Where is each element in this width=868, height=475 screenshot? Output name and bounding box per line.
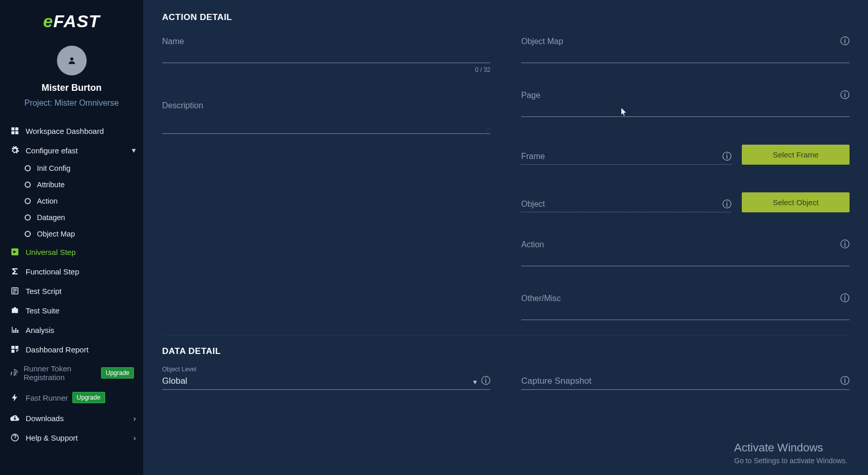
- resize-handle-icon[interactable]: ⋰: [485, 127, 490, 132]
- sidebar-nav: Workspace Dashboard Configure efast ▾ In…: [0, 121, 143, 475]
- upgrade-badge[interactable]: Upgrade: [101, 367, 134, 379]
- svg-rect-1: [11, 127, 14, 130]
- name-counter: 0 / 32: [162, 66, 490, 73]
- sidebar-item-label: Init Config: [37, 164, 70, 172]
- sidebar-item-label: Runner Token Registration: [24, 364, 97, 382]
- sidebar-item-attribute[interactable]: Attribute: [15, 176, 143, 193]
- object-level-select[interactable]: Object Level Global ▼ ⓘ: [162, 366, 490, 390]
- underline: [521, 389, 850, 390]
- data-detail-panel: DATA DETAIL Object Level Global ▼ ⓘ Capt…: [144, 336, 868, 390]
- windows-activation-watermark: Activate Windows Go to Settings to activ…: [734, 441, 847, 465]
- action-input[interactable]: [521, 249, 850, 263]
- watermark-title: Activate Windows: [734, 441, 847, 454]
- svg-rect-8: [15, 346, 18, 349]
- underline: [521, 266, 850, 266]
- script-icon: [9, 286, 21, 295]
- field-label: Capture Snapshot: [521, 376, 850, 386]
- help-icon[interactable]: ⓘ: [840, 292, 850, 304]
- field-label: Object Map: [521, 37, 850, 46]
- bullet-icon: [25, 214, 31, 221]
- field-label: Other/Misc: [521, 294, 850, 303]
- object-map-input[interactable]: [521, 46, 850, 60]
- main-content: ACTION DETAIL Name 0 / 32 Description ⋰: [144, 0, 868, 475]
- sidebar-item-runner-token[interactable]: Runner Token Registration Upgrade: [0, 359, 143, 387]
- field-label: Description: [162, 101, 490, 110]
- other-input[interactable]: [521, 303, 850, 316]
- section-title-data-detail: DATA DETAIL: [162, 346, 850, 357]
- help-icon[interactable]: ⓘ: [840, 35, 850, 47]
- help-icon[interactable]: ⓘ: [840, 238, 850, 250]
- help-icon[interactable]: ⓘ: [840, 374, 850, 387]
- select-value: Global: [162, 376, 490, 386]
- field-label: Object: [521, 200, 732, 209]
- sidebar-item-datagen[interactable]: Datagen: [15, 209, 143, 226]
- logo-fast: FAST: [53, 11, 100, 31]
- sidebar-item-object-map[interactable]: Object Map: [15, 226, 143, 242]
- sidebar-item-downloads[interactable]: Downloads ›: [0, 408, 143, 428]
- help-icon[interactable]: ⓘ: [722, 198, 732, 210]
- app-logo: eFAST: [0, 0, 143, 35]
- action-field: Action ⓘ: [521, 240, 850, 266]
- field-label: Action: [521, 240, 850, 249]
- sidebar-item-help[interactable]: Help & Support ›: [0, 428, 143, 447]
- underline: [521, 320, 850, 320]
- sidebar-item-label: Workspace Dashboard: [26, 127, 104, 135]
- gear-icon: [9, 146, 21, 155]
- sidebar-item-functional-step[interactable]: Functional Step: [0, 262, 143, 281]
- svg-rect-4: [15, 131, 18, 134]
- help-icon[interactable]: ⓘ: [840, 89, 850, 101]
- name-input[interactable]: [162, 46, 490, 60]
- avatar-container: [0, 46, 143, 75]
- sidebar-item-label: Test Suite: [26, 306, 60, 315]
- sigma-icon: [9, 267, 21, 276]
- select-label: [521, 366, 850, 373]
- sidebar-item-test-script[interactable]: Test Script: [0, 281, 143, 301]
- select-label: Object Level: [162, 366, 490, 373]
- logo-e: e: [43, 11, 53, 31]
- project-name: Project: Mister Omniverse: [0, 98, 143, 108]
- sidebar-item-label: Functional Step: [26, 267, 79, 276]
- sidebar-item-fast-runner[interactable]: Fast Runner Upgrade: [0, 387, 143, 408]
- sidebar-item-analysis[interactable]: Analysis: [0, 320, 143, 340]
- svg-rect-2: [15, 127, 18, 130]
- field-label: Name: [162, 37, 490, 46]
- page-input[interactable]: [521, 100, 850, 113]
- svg-rect-3: [11, 131, 14, 134]
- help-icon[interactable]: ⓘ: [481, 374, 490, 387]
- sidebar-item-workspace-dashboard[interactable]: Workspace Dashboard: [0, 121, 143, 141]
- sidebar-item-label: Fast Runner: [26, 393, 68, 402]
- sidebar-item-action[interactable]: Action: [15, 193, 143, 209]
- select-frame-button[interactable]: Select Frame: [742, 145, 850, 165]
- bullet-icon: [25, 182, 31, 188]
- sidebar-item-label: Datagen: [37, 213, 65, 222]
- object-field: Object ⓘ Select Object: [521, 192, 850, 212]
- report-icon: [9, 345, 21, 354]
- description-input[interactable]: [162, 110, 490, 134]
- field-label: Page: [521, 91, 850, 100]
- capture-snapshot-field[interactable]: Capture Snapshot ⓘ: [521, 366, 850, 390]
- help-icon[interactable]: ⓘ: [722, 150, 732, 163]
- sidebar-item-label: Dashboard Report: [26, 345, 89, 354]
- chart-icon: [9, 325, 21, 334]
- sidebar-item-label: Attribute: [37, 181, 65, 189]
- select-object-button[interactable]: Select Object: [742, 192, 850, 212]
- button-label: Select Object: [773, 198, 818, 207]
- sidebar-item-dashboard-report[interactable]: Dashboard Report: [0, 340, 143, 359]
- sidebar: eFAST Mister Burton Project: Mister Omni…: [0, 0, 144, 475]
- sidebar-item-label: Universal Step: [26, 248, 76, 256]
- sidebar-item-init-config[interactable]: Init Config: [15, 160, 143, 176]
- sidebar-item-label: Analysis: [26, 326, 54, 334]
- upgrade-badge[interactable]: Upgrade: [72, 392, 105, 403]
- sidebar-item-universal-step[interactable]: Universal Step: [0, 242, 143, 262]
- sidebar-item-label: Downloads: [26, 414, 64, 423]
- sidebar-item-configure-efast[interactable]: Configure efast ▾: [0, 141, 143, 160]
- section-title-action-detail: ACTION DETAIL: [162, 12, 850, 23]
- page-field: Page ⓘ: [521, 91, 850, 117]
- sidebar-item-test-suite[interactable]: Test Suite: [0, 301, 143, 320]
- watermark-subtitle: Go to Settings to activate Windows.: [734, 457, 847, 465]
- avatar[interactable]: [57, 46, 87, 75]
- form-grid: Name 0 / 32 Description ⋰ Object Map: [162, 37, 850, 335]
- user-name: Mister Burton: [0, 83, 143, 93]
- help-icon: [9, 433, 21, 442]
- chevron-right-icon: ›: [133, 414, 136, 423]
